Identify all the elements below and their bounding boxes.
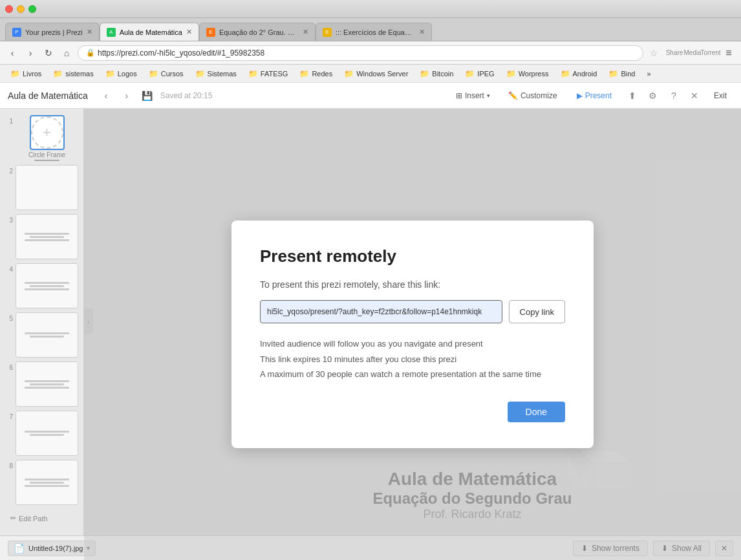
slide-preview-2 bbox=[16, 165, 78, 210]
done-button[interactable]: Done bbox=[508, 402, 565, 422]
close-button[interactable] bbox=[5, 5, 13, 13]
present-label: Present bbox=[585, 91, 612, 100]
url-bar[interactable]: 🔒 https://prezi.com/-hi5lc_yqoso/edit/#1… bbox=[78, 45, 643, 61]
tab-your-prezis[interactable]: P Your prezis | Prezi ✕ bbox=[5, 23, 100, 41]
editor-area: Aula de Matemática ‹ › 💾 Saved at 20:15 … bbox=[0, 83, 741, 560]
insert-button[interactable]: ⊞ Insert ▾ bbox=[449, 89, 497, 103]
edit-path-label: Edit Path bbox=[19, 515, 48, 522]
bookmark-bind[interactable]: 📁 Bind bbox=[603, 68, 640, 80]
bookmark-more[interactable]: » bbox=[641, 69, 656, 79]
tab-exercicios[interactable]: E ::: Exercícios de Equaçõe... ✕ bbox=[316, 23, 432, 41]
slide-preview-5 bbox=[16, 312, 78, 358]
insert-icon: ⊞ bbox=[456, 91, 462, 100]
share-icon[interactable]: ⬆ bbox=[625, 88, 640, 103]
bookmark-windows-server[interactable]: 📁 Windows Server bbox=[339, 68, 413, 80]
minimize-button[interactable] bbox=[17, 5, 25, 13]
slide-preview-7 bbox=[16, 411, 78, 456]
tab-favicon-4: E bbox=[323, 28, 332, 37]
folder-icon: 📁 bbox=[506, 69, 516, 78]
slide-number-2: 2 bbox=[5, 167, 13, 175]
address-bar: ‹ › ↻ ⌂ 🔒 https://prezi.com/-hi5lc_yqoso… bbox=[0, 41, 741, 65]
tab-close-3[interactable]: ✕ bbox=[303, 28, 308, 36]
tab-favicon-2: A bbox=[107, 28, 116, 37]
bookmark-star[interactable]: ☆ bbox=[650, 48, 658, 58]
bookmark-android[interactable]: 📁 Android bbox=[555, 68, 603, 80]
undo-button[interactable]: ‹ bbox=[98, 88, 114, 103]
slide-number-6: 6 bbox=[5, 364, 13, 371]
bookmark-label: sistemas bbox=[65, 70, 93, 78]
bookmark-sistemas2[interactable]: 📁 Sistemas bbox=[190, 68, 242, 80]
forward-button[interactable]: › bbox=[23, 46, 38, 60]
bookmark-ipeg[interactable]: 📁 IPEG bbox=[460, 68, 499, 80]
folder-icon: 📁 bbox=[608, 69, 618, 78]
back-button[interactable]: ‹ bbox=[5, 46, 19, 60]
torrent-btn[interactable]: Torrent bbox=[703, 46, 718, 60]
close-icon[interactable]: ✕ bbox=[687, 88, 702, 103]
modal-info: Invited audience will follow you as you … bbox=[260, 336, 565, 382]
slide-thumb-2[interactable]: 2 bbox=[5, 165, 78, 210]
bookmark-sistemas[interactable]: 📁 sistemas bbox=[48, 68, 98, 80]
customize-button[interactable]: ✏️ Customize bbox=[502, 89, 564, 103]
copy-link-button[interactable]: Copy link bbox=[509, 300, 565, 323]
menu-btn[interactable]: ≡ bbox=[722, 46, 736, 60]
media-btn[interactable]: Media bbox=[685, 46, 700, 60]
present-remotely-modal: Present remotely To present this prezi r… bbox=[231, 221, 594, 447]
tab-equacao[interactable]: E Equação do 2° Grau. Com... ✕ bbox=[199, 23, 316, 41]
settings-icon[interactable]: ⚙ bbox=[645, 88, 661, 103]
slide-thumb-8[interactable]: 8 bbox=[5, 460, 78, 505]
folder-icon: 📁 bbox=[105, 69, 115, 78]
bookmark-cursos[interactable]: 📁 Cursos bbox=[144, 68, 189, 80]
reload-button[interactable]: ↻ bbox=[41, 46, 56, 60]
bookmark-worpress[interactable]: 📁 Worpress bbox=[501, 68, 554, 80]
modal-link-row: hi5lc_yqoso/present/?auth_key=f2ztbcr&fo… bbox=[260, 300, 565, 323]
slide-thumb-5[interactable]: 5 bbox=[5, 312, 78, 358]
editor-content: 1 + Circle Frame 2 3 bbox=[0, 109, 741, 560]
maximize-button[interactable] bbox=[28, 5, 36, 13]
help-icon[interactable]: ? bbox=[666, 88, 682, 103]
modal-info-line2: This link expires 10 minutes after you c… bbox=[260, 352, 565, 367]
tab-close-2[interactable]: ✕ bbox=[186, 28, 192, 36]
prezi-presentation-title: Aula de Matemática bbox=[8, 91, 88, 101]
bookmark-label: Redes bbox=[312, 70, 332, 78]
insert-chevron-icon: ▾ bbox=[487, 92, 490, 99]
modal-description: To present this prezi remotely, share th… bbox=[260, 279, 565, 290]
slide-thumb-4[interactable]: 4 bbox=[5, 263, 78, 308]
bookmark-fatesg[interactable]: 📁 FATESG bbox=[243, 68, 294, 80]
tab-close-4[interactable]: ✕ bbox=[419, 28, 425, 36]
tab-close-1[interactable]: ✕ bbox=[87, 28, 92, 36]
slide-thumb-3[interactable]: 3 bbox=[5, 214, 78, 259]
slide-thumb-7[interactable]: 7 bbox=[5, 411, 78, 456]
bookmark-livros[interactable]: 📁 Livros bbox=[5, 68, 47, 80]
folder-icon: 📁 bbox=[10, 69, 20, 78]
titlebar bbox=[0, 0, 741, 18]
folder-icon: 📁 bbox=[195, 69, 205, 78]
bookmark-logos[interactable]: 📁 Logos bbox=[100, 68, 142, 80]
prezi-toolbar: Aula de Matemática ‹ › 💾 Saved at 20:15 … bbox=[0, 83, 741, 109]
tab-label-2: Aula de Matemática bbox=[120, 28, 182, 36]
bookmark-redes[interactable]: 📁 Redes bbox=[294, 68, 338, 80]
redo-button[interactable]: › bbox=[119, 88, 134, 103]
tab-label-1: Your prezis | Prezi bbox=[25, 28, 83, 36]
folder-icon: 📁 bbox=[344, 69, 354, 78]
modal-link-input[interactable]: hi5lc_yqoso/present/?auth_key=f2ztbcr&fo… bbox=[260, 300, 502, 323]
bookmark-label: IPEG bbox=[477, 70, 494, 78]
slide-thumb-6[interactable]: 6 bbox=[5, 361, 78, 407]
tab-favicon-3: E bbox=[206, 28, 215, 37]
bookmark-label: Android bbox=[573, 70, 597, 78]
slide-thumb-1[interactable]: 1 + Circle Frame bbox=[5, 115, 78, 161]
file-download-item[interactable]: 📄 Untitled-19(7).jpg ▾ bbox=[8, 541, 96, 556]
present-button[interactable]: ▶ Present bbox=[569, 89, 619, 103]
bookmark-bitcoin[interactable]: 📁 Bitcoin bbox=[414, 68, 458, 80]
add-frame-button[interactable]: + bbox=[31, 116, 63, 149]
home-button[interactable]: ⌂ bbox=[59, 46, 74, 60]
save-icon[interactable]: 💾 bbox=[140, 88, 155, 103]
folder-icon: 📁 bbox=[149, 69, 158, 78]
bookmark-label: Logos bbox=[118, 70, 137, 78]
folder-icon: 📁 bbox=[420, 69, 429, 78]
bookmark-label: Sistemas bbox=[208, 70, 237, 78]
slide-preview-8 bbox=[16, 460, 78, 505]
edit-path-button[interactable]: ✏ Edit Path bbox=[5, 512, 78, 525]
exit-button[interactable]: Exit bbox=[707, 89, 733, 103]
tab-aula-matematica[interactable]: A Aula de Matemática ✕ bbox=[100, 23, 199, 41]
tab-favicon-1: P bbox=[12, 28, 21, 37]
